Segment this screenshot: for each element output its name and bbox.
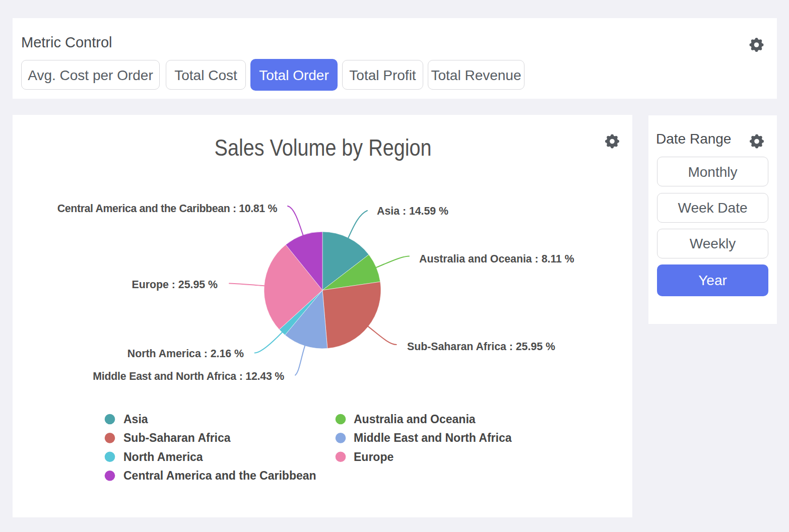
svg-text:Central America and the Caribb: Central America and the Caribbean : 10.8… bbox=[57, 203, 278, 215]
svg-text:North America : 2.16 %: North America : 2.16 % bbox=[127, 348, 244, 360]
svg-text:Sub-Saharan Africa : 25.95 %: Sub-Saharan Africa : 25.95 % bbox=[407, 341, 555, 353]
svg-text:Australia and Oceania : 8.11 %: Australia and Oceania : 8.11 % bbox=[419, 253, 574, 265]
svg-text:Europe : 25.95 %: Europe : 25.95 % bbox=[132, 279, 218, 291]
svg-text:Sub-Saharan Africa: Sub-Saharan Africa bbox=[123, 431, 231, 444]
svg-text:Asia: Asia bbox=[123, 413, 148, 426]
svg-text:Central America and the Caribb: Central America and the Caribbean bbox=[123, 469, 316, 482]
svg-text:Australia and Oceania: Australia and Oceania bbox=[354, 413, 476, 426]
svg-text:North America: North America bbox=[123, 450, 203, 463]
svg-text:Sales Volume by Region: Sales Volume by Region bbox=[215, 135, 432, 160]
svg-text:Asia : 14.59 %: Asia : 14.59 % bbox=[377, 205, 448, 217]
svg-text:Europe: Europe bbox=[354, 450, 393, 463]
svg-text:Middle East and North Africa :: Middle East and North Africa : 12.43 % bbox=[93, 370, 284, 382]
svg-text:Middle East and North Africa: Middle East and North Africa bbox=[354, 431, 512, 444]
